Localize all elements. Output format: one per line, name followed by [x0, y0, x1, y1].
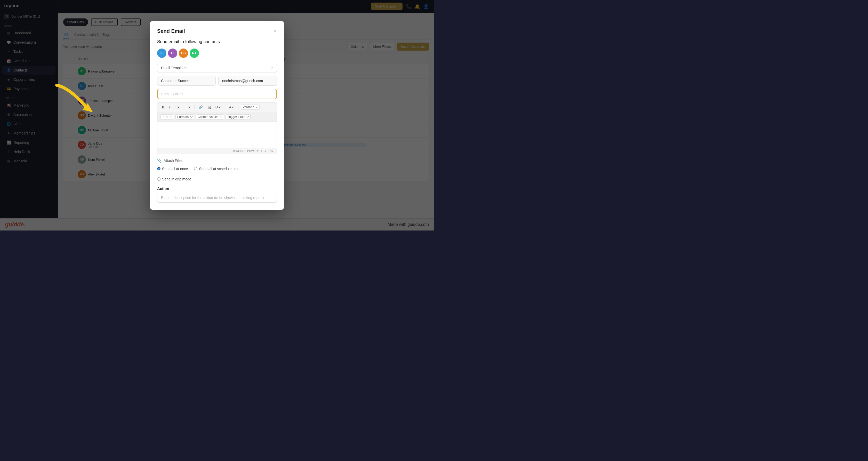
recipient-avatar-kt: KT — [157, 49, 166, 58]
editor-toolbar-2: 11pt Formats Custom Values Trigger Links — [157, 112, 277, 122]
modal-close-button[interactable]: × — [274, 28, 277, 34]
underline-button[interactable]: U ▾ — [214, 104, 222, 110]
recipient-avatar-te: TE — [168, 49, 177, 58]
svg-marker-0 — [83, 103, 93, 112]
toolbar-separator-2 — [225, 105, 225, 110]
custom-values-select[interactable]: Custom Values — [196, 114, 224, 120]
modal-subtitle: Send email to following contacts — [157, 39, 277, 44]
send-email-modal: Send Email × Send email to following con… — [150, 21, 284, 210]
send-schedule-radio[interactable] — [194, 167, 197, 171]
recipient-avatar-rt: RT — [190, 49, 199, 58]
font-select[interactable]: Verdana — [241, 104, 259, 110]
from-email-field: nochristmas@grinch.com — [218, 76, 277, 86]
editor-body[interactable] — [157, 122, 277, 148]
action-input[interactable] — [157, 193, 277, 203]
from-row: Customer Success nochristmas@grinch.com — [157, 76, 277, 86]
trigger-links-select[interactable]: Trigger Links — [225, 114, 251, 120]
contact-avatars-list: KT TE DS RT — [157, 49, 277, 58]
recipient-avatar-ds: DS — [179, 49, 188, 58]
attach-files-label: Attach Files — [163, 158, 182, 163]
from-name-field: Customer Success — [157, 76, 216, 86]
font-size-select[interactable]: 11pt — [160, 114, 174, 120]
subject-row — [157, 89, 277, 99]
send-schedule-label: Send all at schedule time — [199, 167, 239, 171]
send-drip-option[interactable]: Send in drip mode — [157, 177, 191, 181]
send-all-once-radio[interactable] — [157, 167, 160, 171]
image-button[interactable]: 🖼 — [206, 104, 212, 110]
modal-title: Send Email — [157, 28, 185, 34]
editor-word-count: 0 WORDS POWERED BY TINY — [157, 148, 277, 154]
formats-select[interactable]: Formats — [176, 114, 194, 120]
send-schedule-option[interactable]: Send all at schedule time — [194, 167, 239, 171]
email-template-select[interactable]: Email Templates — [157, 63, 277, 73]
rich-text-editor: B I ≡ ▾ ≔ ▾ 🔗 🖼 U ▾ A ▾ Verdana 11pt — [157, 102, 277, 154]
paperclip-icon: 📎 — [157, 158, 161, 163]
send-drip-radio[interactable] — [157, 177, 160, 181]
modal-header: Send Email × — [157, 28, 277, 34]
link-button[interactable]: 🔗 — [197, 104, 204, 110]
arrow-annotation — [54, 83, 121, 120]
send-all-once-label: Send all at once — [162, 167, 188, 171]
attach-files-button[interactable]: 📎 Attach Files — [157, 158, 277, 163]
font-color-button[interactable]: A ▾ — [227, 104, 236, 110]
action-section-label: Action — [157, 186, 277, 191]
toolbar-separator-3 — [238, 105, 238, 110]
send-options: Send all at once Send all at schedule ti… — [157, 167, 277, 181]
italic-button[interactable]: I — [167, 104, 172, 110]
email-subject-input[interactable] — [157, 89, 277, 99]
send-drip-label: Send in drip mode — [162, 177, 191, 181]
editor-toolbar: B I ≡ ▾ ≔ ▾ 🔗 🖼 U ▾ A ▾ Verdana — [157, 102, 277, 112]
unordered-list-button[interactable]: ≡ ▾ — [173, 104, 181, 110]
bold-button[interactable]: B — [160, 104, 166, 110]
ordered-list-button[interactable]: ≔ ▾ — [182, 104, 192, 110]
modal-overlay[interactable]: Send Email × Send email to following con… — [0, 0, 434, 230]
send-all-once-option[interactable]: Send all at once — [157, 167, 188, 171]
